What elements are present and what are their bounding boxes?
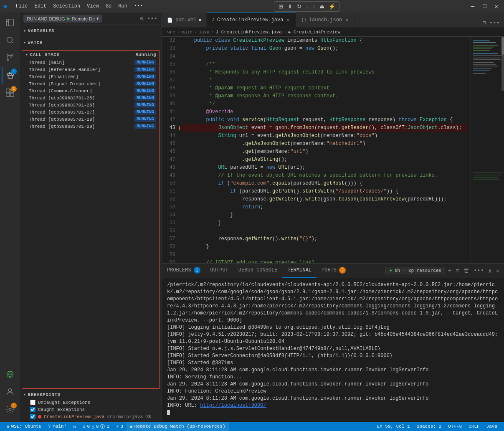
menu-file[interactable]: File: [13, 3, 30, 10]
code-line[interactable]: }: [182, 219, 467, 227]
code-line[interactable]: // If the event object URL matches a spe…: [182, 172, 467, 180]
breakpoint-item[interactable]: Caught Exceptions: [20, 406, 162, 413]
editor-tab[interactable]: {}launch.json✕: [296, 13, 355, 27]
menu-go[interactable]: Go: [103, 3, 114, 10]
code-line[interactable]: private static final Gson gson = new Gso…: [182, 45, 467, 53]
close-btn[interactable]: ✕: [492, 2, 501, 11]
debug-step-over-btn[interactable]: ↓: [304, 3, 310, 10]
breakpoint-item[interactable]: Uncaught Exceptions: [20, 399, 162, 406]
thread-item[interactable]: Thread [Common-Cleaner]RUNNING: [22, 87, 160, 94]
thread-item[interactable]: Thread [main]RUNNING: [22, 59, 160, 66]
tab-terminal[interactable]: TERMINAL: [282, 264, 317, 278]
code-line[interactable]: *: [182, 76, 467, 84]
thread-item[interactable]: Thread [Signal Dispatcher]RUNNING: [22, 80, 160, 87]
activity-debug-icon[interactable]: 1: [2, 67, 18, 84]
code-line[interactable]: * @param response An HTTP response conte…: [182, 92, 467, 100]
language-status[interactable]: Java: [483, 422, 501, 431]
activity-settings-icon[interactable]: 1: [2, 401, 18, 418]
activity-remote-icon[interactable]: [2, 366, 18, 383]
thread-item[interactable]: Thread [qtp399683701-26]RUNNING: [22, 101, 160, 109]
activity-extensions-icon[interactable]: 1: [2, 84, 18, 101]
tab-problems[interactable]: PROBLEMS 1: [162, 264, 205, 278]
code-line[interactable]: .getAsString();: [182, 156, 467, 164]
minimize-btn[interactable]: —: [469, 2, 477, 10]
activity-search-icon[interactable]: [2, 32, 18, 48]
code-line[interactable]: .get(memberName:"url"): [182, 148, 467, 156]
menu-more[interactable]: •••: [132, 3, 146, 10]
code-line[interactable]: String url = event.getAsJsonObject(membe…: [182, 132, 467, 140]
thread-item[interactable]: Thread [qtp399683701-28]RUNNING: [22, 116, 160, 123]
watch-header[interactable]: ▾ WATCH: [20, 38, 162, 47]
thread-item[interactable]: Thread [Reference Handler]RUNNING: [22, 66, 160, 73]
code-line[interactable]: }: [182, 243, 467, 251]
breakpoint-item[interactable]: CreateLinkPreview.java src/main/java 43: [20, 413, 162, 420]
more-tabs-icon[interactable]: •••: [489, 19, 501, 27]
callstack-header[interactable]: ▾ CALL STACK Running: [22, 51, 160, 59]
code-line[interactable]: response.getWriter().write("{}");: [182, 235, 467, 243]
split-editor-icon[interactable]: ⊟: [481, 18, 486, 27]
debug-pause-btn[interactable]: ⏸: [286, 3, 294, 10]
breakpoints-header[interactable]: ▾ BREAKPOINTS: [20, 390, 162, 399]
debug-stop-btn[interactable]: ⏏: [318, 3, 326, 10]
terminal-content[interactable]: /pierrick/.m2/repository/io/cloudevents/…: [162, 278, 504, 422]
line-ending-status[interactable]: CRLF: [465, 422, 483, 431]
tab-debug-console[interactable]: DEBUG CONSOLE: [233, 264, 283, 278]
indent-status[interactable]: Spaces: 2: [413, 422, 445, 431]
menu-view[interactable]: View: [84, 3, 101, 10]
code-line[interactable]: * Responds to any HTTP request related t…: [182, 68, 467, 76]
split-terminal-icon[interactable]: ⊟: [454, 266, 460, 276]
code-line[interactable]: [182, 227, 467, 235]
code-line[interactable]: .getAsJsonObject(memberName:"matchedUrl"…: [182, 140, 467, 148]
menu-run[interactable]: Run: [116, 3, 130, 10]
code-content[interactable]: public class CreateLinkPreview implement…: [179, 37, 471, 263]
code-line[interactable]: [182, 53, 467, 61]
menu-selection[interactable]: Selection: [51, 3, 83, 10]
breakpoint-checkbox[interactable]: [30, 407, 35, 412]
activity-explorer-icon[interactable]: [2, 14, 18, 31]
breadcrumb-class[interactable]: ◈ CreateLinkPreview: [288, 29, 340, 35]
code-line[interactable]: * @param request An HTTP request context…: [182, 84, 467, 92]
code-line[interactable]: // [START add_ons_case_preview_link]: [182, 259, 467, 263]
code-line[interactable]: }: [182, 211, 467, 219]
thread-item[interactable]: Thread [Finalizer]RUNNING: [22, 73, 160, 80]
editor-tab[interactable]: JCreateLinkPreview.java✕: [207, 13, 296, 27]
tab-ports[interactable]: PORTS 3: [317, 264, 351, 278]
code-line[interactable]: JsonObject event = gson.fromJson(request…: [182, 124, 467, 132]
problems-status[interactable]: ⊘ 0 △ 0 ⓘ 1: [79, 422, 113, 431]
remote-watch-status[interactable]: ⊕ Remote Debug Watch (3p-resources): [127, 422, 228, 431]
new-terminal-icon[interactable]: +: [447, 266, 453, 275]
debug-step-up-btn[interactable]: ↑: [311, 3, 317, 10]
breakpoint-checkbox[interactable]: [30, 414, 35, 419]
run-debug-button[interactable]: RUN AND DEBUG ▶ Remote De ▾: [23, 15, 102, 23]
panel-maximize-icon[interactable]: ∧: [487, 266, 493, 276]
tab-close-btn[interactable]: ✕: [344, 16, 349, 24]
thread-item[interactable]: Thread [qtp399683701-29]RUNNING: [22, 123, 160, 130]
code-line[interactable]: public class CreateLinkPreview implement…: [182, 37, 467, 45]
code-line[interactable]: */: [182, 100, 467, 108]
code-line[interactable]: /**: [182, 61, 467, 68]
git-branch-status[interactable]: ⑂ main*: [45, 422, 70, 431]
lightning-status[interactable]: ⚡ 3: [113, 422, 127, 431]
gear-icon[interactable]: ⚙: [139, 14, 144, 23]
breadcrumb-file[interactable]: J CreateLinkPreview.java: [215, 30, 281, 35]
breakpoint-checkbox[interactable]: [30, 400, 35, 405]
code-line[interactable]: URL parsedURL = new URL(url);: [182, 164, 467, 172]
activity-source-control-icon[interactable]: [2, 49, 18, 66]
panel-close-icon[interactable]: ✕: [495, 266, 501, 276]
code-line[interactable]: @Override: [182, 108, 467, 116]
tab-output[interactable]: OUTPUT: [205, 264, 233, 278]
thread-item[interactable]: Thread [qtp399683701-25]RUNNING: [22, 94, 160, 101]
code-line[interactable]: return;: [182, 203, 467, 211]
debug-restart-btn[interactable]: ↻: [295, 3, 303, 10]
editor-tab[interactable]: 📄pom.xml: [162, 13, 207, 27]
activity-account-icon[interactable]: [2, 383, 18, 400]
code-line[interactable]: if (parsedURL.getPath().startsWith("/sup…: [182, 188, 467, 195]
trash-icon[interactable]: 🗑: [462, 266, 471, 275]
more-icon[interactable]: •••: [146, 15, 158, 23]
debug-layout-btn[interactable]: ⊞: [277, 3, 285, 10]
variables-header[interactable]: ▾ VARIABLES: [20, 27, 162, 35]
maximize-btn[interactable]: □: [480, 2, 489, 10]
thread-item[interactable]: Thread [qtp399683701-27]RUNNING: [22, 109, 160, 116]
menu-edit[interactable]: Edit: [32, 3, 49, 10]
code-line[interactable]: response.getWriter().write(gson.toJson(c…: [182, 195, 467, 203]
